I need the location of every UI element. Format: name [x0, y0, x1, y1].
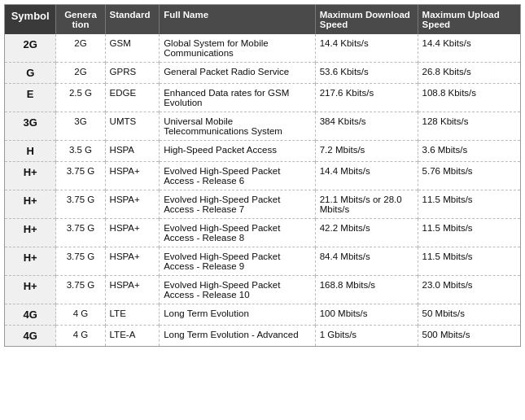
cell-row11-col4: 1 Gbits/s: [315, 326, 418, 347]
table-row: H3.5 GHSPAHigh-Speed Packet Access7.2 Mb…: [5, 141, 520, 162]
mobile-standards-table: Symbol Genera tion Standard Full Name Ma…: [5, 5, 520, 346]
table-row: H+3.75 GHSPA+Evolved High-Speed Packet A…: [5, 276, 520, 304]
cell-row6-col1: 3.75 G: [56, 190, 105, 219]
cell-row0-col5: 14.4 Kbits/s: [418, 34, 520, 63]
cell-row3-col2: UMTS: [105, 112, 160, 141]
cell-row1-col3: General Packet Radio Service: [160, 63, 316, 84]
cell-row4-col5: 3.6 Mbits/s: [418, 141, 520, 162]
cell-row1-col0: G: [5, 63, 56, 84]
cell-row7-col4: 42.2 Mbits/s: [315, 219, 418, 247]
cell-row2-col4: 217.6 Kbits/s: [315, 84, 418, 112]
cell-row1-col4: 53.6 Kbits/s: [315, 63, 418, 84]
cell-row10-col1: 4 G: [56, 304, 105, 326]
cell-row10-col0: 4G: [5, 304, 56, 326]
cell-row5-col1: 3.75 G: [56, 162, 105, 190]
cell-row7-col3: Evolved High-Speed Packet Access - Relea…: [160, 219, 316, 247]
cell-row7-col2: HSPA+: [105, 219, 160, 247]
cell-row2-col1: 2.5 G: [56, 84, 105, 112]
cell-row10-col2: LTE: [105, 304, 160, 326]
table-row: H+3.75 GHSPA+Evolved High-Speed Packet A…: [5, 162, 520, 190]
cell-row10-col4: 100 Mbits/s: [315, 304, 418, 326]
cell-row5-col0: H+: [5, 162, 56, 190]
cell-row5-col3: Evolved High-Speed Packet Access - Relea…: [160, 162, 316, 190]
cell-row10-col5: 50 Mbits/s: [418, 304, 520, 326]
cell-row2-col3: Enhanced Data rates for GSM Evolution: [160, 84, 316, 112]
cell-row0-col1: 2G: [56, 34, 105, 63]
cell-row5-col2: HSPA+: [105, 162, 160, 190]
table-body: 2G2GGSMGlobal System for Mobile Communic…: [5, 34, 520, 346]
cell-row0-col3: Global System for Mobile Communications: [160, 34, 316, 63]
table-row: 4G4 GLTELong Term Evolution100 Mbits/s50…: [5, 304, 520, 326]
table-row: 4G4 GLTE-ALong Term Evolution - Advanced…: [5, 326, 520, 347]
cell-row8-col3: Evolved High-Speed Packet Access - Relea…: [160, 247, 316, 276]
cell-row0-col4: 14.4 Kbits/s: [315, 34, 418, 63]
cell-row1-col1: 2G: [56, 63, 105, 84]
cell-row0-col2: GSM: [105, 34, 160, 63]
cell-row4-col0: H: [5, 141, 56, 162]
table-row: H+3.75 GHSPA+Evolved High-Speed Packet A…: [5, 219, 520, 247]
cell-row11-col2: LTE-A: [105, 326, 160, 347]
cell-row9-col0: H+: [5, 276, 56, 304]
cell-row11-col0: 4G: [5, 326, 56, 347]
cell-row3-col1: 3G: [56, 112, 105, 141]
cell-row2-col5: 108.8 Kbits/s: [418, 84, 520, 112]
cell-row8-col1: 3.75 G: [56, 247, 105, 276]
table-row: E2.5 GEDGEEnhanced Data rates for GSM Ev…: [5, 84, 520, 112]
cell-row4-col1: 3.5 G: [56, 141, 105, 162]
main-table-wrapper: Symbol Genera tion Standard Full Name Ma…: [4, 4, 521, 347]
header-symbol: Symbol: [5, 5, 56, 34]
cell-row5-col5: 5.76 Mbits/s: [418, 162, 520, 190]
cell-row9-col3: Evolved High-Speed Packet Access - Relea…: [160, 276, 316, 304]
cell-row11-col1: 4 G: [56, 326, 105, 347]
cell-row9-col4: 168.8 Mbits/s: [315, 276, 418, 304]
cell-row9-col5: 23.0 Mbits/s: [418, 276, 520, 304]
cell-row11-col5: 500 Mbits/s: [418, 326, 520, 347]
header-row: Symbol Genera tion Standard Full Name Ma…: [5, 5, 520, 34]
cell-row1-col2: GPRS: [105, 63, 160, 84]
cell-row1-col5: 26.8 Kbits/s: [418, 63, 520, 84]
cell-row3-col3: Universal Mobile Telecommunications Syst…: [160, 112, 316, 141]
cell-row11-col3: Long Term Evolution - Advanced: [160, 326, 316, 347]
cell-row2-col0: E: [5, 84, 56, 112]
cell-row5-col4: 14.4 Mbits/s: [315, 162, 418, 190]
cell-row6-col3: Evolved High-Speed Packet Access - Relea…: [160, 190, 316, 219]
cell-row7-col1: 3.75 G: [56, 219, 105, 247]
table-row: 2G2GGSMGlobal System for Mobile Communic…: [5, 34, 520, 63]
cell-row7-col5: 11.5 Mbits/s: [418, 219, 520, 247]
cell-row6-col0: H+: [5, 190, 56, 219]
cell-row6-col4: 21.1 Mbits/s or 28.0 Mbits/s: [315, 190, 418, 219]
cell-row8-col0: H+: [5, 247, 56, 276]
table-row: H+3.75 GHSPA+Evolved High-Speed Packet A…: [5, 190, 520, 219]
header-max-ul: Maximum Upload Speed: [418, 5, 520, 34]
cell-row8-col4: 84.4 Mbits/s: [315, 247, 418, 276]
cell-row3-col0: 3G: [5, 112, 56, 141]
cell-row8-col2: HSPA+: [105, 247, 160, 276]
cell-row10-col3: Long Term Evolution: [160, 304, 316, 326]
cell-row3-col5: 128 Kbits/s: [418, 112, 520, 141]
header-max-dl: Maximum Download Speed: [315, 5, 418, 34]
cell-row7-col0: H+: [5, 219, 56, 247]
cell-row8-col5: 11.5 Mbits/s: [418, 247, 520, 276]
header-full-name: Full Name: [160, 5, 316, 34]
table-row: G2GGPRSGeneral Packet Radio Service53.6 …: [5, 63, 520, 84]
cell-row9-col2: HSPA+: [105, 276, 160, 304]
cell-row9-col1: 3.75 G: [56, 276, 105, 304]
cell-row6-col2: HSPA+: [105, 190, 160, 219]
cell-row4-col2: HSPA: [105, 141, 160, 162]
cell-row3-col4: 384 Kbits/s: [315, 112, 418, 141]
table-row: 3G3GUMTSUniversal Mobile Telecommunicati…: [5, 112, 520, 141]
cell-row4-col4: 7.2 Mbits/s: [315, 141, 418, 162]
cell-row6-col5: 11.5 Mbits/s: [418, 190, 520, 219]
table-row: H+3.75 GHSPA+Evolved High-Speed Packet A…: [5, 247, 520, 276]
cell-row0-col0: 2G: [5, 34, 56, 63]
header-generation: Genera tion: [56, 5, 105, 34]
cell-row4-col3: High-Speed Packet Access: [160, 141, 316, 162]
cell-row2-col2: EDGE: [105, 84, 160, 112]
header-standard: Standard: [105, 5, 160, 34]
